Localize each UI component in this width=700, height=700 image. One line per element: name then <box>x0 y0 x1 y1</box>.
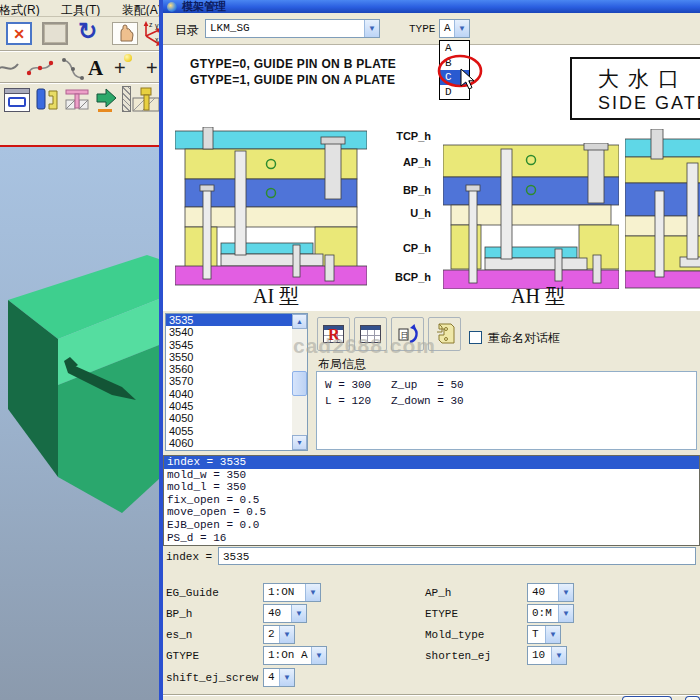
chevron-down-icon[interactable]: ▼ <box>291 605 306 622</box>
chevron-down-icon[interactable]: ▼ <box>454 20 469 37</box>
catalog-label: 目录 <box>175 22 199 39</box>
menu-item-tools[interactable]: 工具(T) <box>52 2 109 17</box>
layout-line-2: L = 120 Z_down = 30 <box>325 393 688 409</box>
refresh-view-button[interactable]: ↻ <box>78 20 97 43</box>
list-item[interactable]: 4055 <box>166 425 292 437</box>
list-item[interactable]: 4045 <box>166 400 292 412</box>
hatch-strip-button[interactable] <box>122 86 131 112</box>
cancel-button-partial[interactable] <box>685 696 700 700</box>
side-gate-box: 大水口 SIDE GATE <box>570 57 700 120</box>
curve-tool-button[interactable] <box>0 58 20 78</box>
list-item[interactable]: 3535 <box>166 314 292 326</box>
clamp-green-button[interactable] <box>94 86 120 114</box>
list-item[interactable]: 3560 <box>166 363 292 375</box>
reload-button[interactable]: 日 <box>391 317 424 351</box>
mold-diagram-ai <box>175 127 367 287</box>
shift-ej-screw-combobox[interactable]: 4 ▼ <box>263 668 295 687</box>
inactive-window-button[interactable] <box>42 22 68 45</box>
form-label: EG_Guide <box>166 587 219 599</box>
chevron-down-icon[interactable]: ▼ <box>364 20 379 37</box>
chevron-down-icon[interactable]: ▼ <box>558 605 573 622</box>
rename-checkbox[interactable] <box>469 331 482 344</box>
mold-diagram-partial <box>625 129 700 289</box>
list-item[interactable]: 4050 <box>166 412 292 424</box>
gtype-combobox[interactable]: 1:On A ▼ <box>263 646 327 665</box>
menu-item-format[interactable]: 格式(R) <box>0 2 49 17</box>
param-row[interactable]: fix_open = 0.5 <box>164 494 699 507</box>
gate-label-cn: 大水口 <box>598 65 700 93</box>
list-item[interactable]: 4060 <box>166 437 292 449</box>
spline-points-button[interactable] <box>60 56 86 82</box>
chevron-down-icon[interactable]: ▼ <box>279 669 294 686</box>
param-row[interactable]: EJB_open = 0.0 <box>164 519 699 532</box>
combo-value: 1:On A <box>264 647 311 664</box>
bp-h-combobox[interactable]: 40 ▼ <box>263 604 307 623</box>
viewport-3d[interactable] <box>0 145 159 700</box>
list-item[interactable]: 4040 <box>166 388 292 400</box>
catalog-combobox[interactable]: LKM_SG ▼ <box>205 19 380 38</box>
pan-view-button[interactable] <box>112 22 138 45</box>
scrollbar-thumb[interactable] <box>292 371 307 396</box>
point-tool-button[interactable]: + <box>114 58 126 78</box>
gtype-note-line2: GTYPE=1, GUIDE PIN ON A PLATE <box>190 73 395 87</box>
clamp-button[interactable] <box>428 317 461 351</box>
table-view-button[interactable] <box>354 317 387 351</box>
chevron-down-icon[interactable]: ▼ <box>551 647 566 664</box>
param-row[interactable]: mold_w = 350 <box>164 469 699 482</box>
plus-icon: + <box>146 58 158 78</box>
screw-tool-button[interactable] <box>132 86 160 114</box>
list-item[interactable]: 3550 <box>166 351 292 363</box>
es-n-combobox[interactable]: 2 ▼ <box>263 625 295 644</box>
ok-button-partial[interactable] <box>622 696 672 700</box>
table-r-icon: R <box>323 325 344 343</box>
list-item[interactable]: 3570 <box>166 375 292 387</box>
eg-guide-combobox[interactable]: 1:ON ▼ <box>263 583 321 602</box>
combo-value: 0:M <box>528 605 558 622</box>
curve-points-red-button[interactable] <box>26 56 54 80</box>
dropdown-option-a[interactable]: A <box>440 41 469 56</box>
param-row[interactable]: index = 3535 <box>164 456 699 469</box>
curve-icon <box>0 58 20 78</box>
param-row[interactable]: move_open = 0.5 <box>164 506 699 519</box>
scroll-down-icon[interactable]: ▼ <box>292 435 307 450</box>
dialog-titlebar[interactable]: 模架管理 <box>163 0 700 13</box>
text-tool-button[interactable]: A <box>88 56 103 81</box>
scrollbar[interactable]: ▲ ▼ <box>292 314 307 450</box>
clamp-blue-button[interactable] <box>34 86 60 114</box>
index-input[interactable] <box>218 547 696 565</box>
scroll-up-icon[interactable]: ▲ <box>292 314 307 329</box>
form-label: BP_h <box>166 608 192 620</box>
point2-tool-button[interactable]: + <box>146 58 158 78</box>
form-label: shift_ej_screw <box>166 672 258 684</box>
param-row[interactable]: mold_l = 350 <box>164 481 699 494</box>
blue-clamp-icon <box>34 86 60 114</box>
mold-core-3d-model[interactable] <box>0 147 159 700</box>
mold-type-combobox[interactable]: T ▼ <box>527 625 561 644</box>
close-window-button[interactable]: ✕ <box>6 22 32 45</box>
type-dropdown-list[interactable]: A B C D <box>439 40 470 100</box>
parameter-list[interactable]: index = 3535 mold_w = 350 mold_l = 350 f… <box>163 455 700 546</box>
yellow-bracket-icon <box>433 321 457 347</box>
dropdown-option-d[interactable]: D <box>440 85 469 100</box>
press-pink-button[interactable] <box>64 86 90 114</box>
list-item[interactable]: 3545 <box>166 339 292 351</box>
rename-table-button[interactable]: R <box>317 317 350 351</box>
sheet-window-button[interactable] <box>4 88 30 112</box>
chevron-down-icon[interactable]: ▼ <box>558 584 573 601</box>
param-row[interactable]: PS_d = 16 <box>164 532 699 545</box>
shorten-ej-combobox[interactable]: 10 ▼ <box>527 646 567 665</box>
chevron-down-icon[interactable]: ▼ <box>545 626 560 643</box>
ap-h-combobox[interactable]: 40 ▼ <box>527 583 574 602</box>
etype-combobox[interactable]: 0:M ▼ <box>527 604 574 623</box>
dropdown-option-c[interactable]: C <box>440 70 469 85</box>
chevron-down-icon[interactable]: ▼ <box>311 647 326 664</box>
chevron-down-icon[interactable]: ▼ <box>279 626 294 643</box>
type-combobox[interactable]: A ▼ <box>439 19 470 38</box>
size-listbox[interactable]: 3535 3540 3545 3550 3560 3570 4040 4045 … <box>165 313 308 451</box>
list-item[interactable]: 3540 <box>166 326 292 338</box>
chevron-down-icon[interactable]: ▼ <box>305 584 320 601</box>
dropdown-option-b[interactable]: B <box>440 56 469 71</box>
index-label: index = <box>166 551 212 563</box>
refresh-icon: ↻ <box>78 20 97 43</box>
menu-item-assembly[interactable]: 装配(A) <box>113 2 159 17</box>
